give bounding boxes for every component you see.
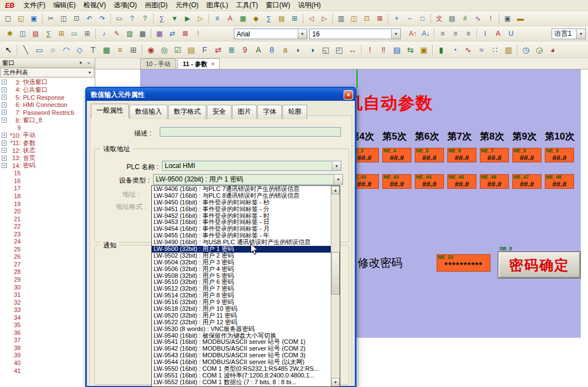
- expand-icon[interactable]: +: [2, 118, 7, 123]
- menu-item[interactable]: 说明(H): [294, 0, 325, 11]
- context-help-button[interactable]: ?: [138, 12, 151, 25]
- window-list-item[interactable]: 21: [0, 215, 95, 223]
- dialog-tab[interactable]: 安全: [207, 105, 232, 119]
- chevron-down-icon[interactable]: ▼: [298, 29, 307, 39]
- menu-item[interactable]: 图库(L): [202, 0, 232, 11]
- dropdown-item[interactable]: LW-9542 (16bit) : MODBUS/ASCII server 站号…: [152, 346, 331, 352]
- scale-button[interactable]: ≡: [113, 43, 127, 57]
- copy-button[interactable]: ◫: [57, 12, 70, 25]
- save-button[interactable]: ▣: [27, 12, 40, 25]
- window-list-item[interactable]: 37: [0, 337, 95, 344]
- window-list-item[interactable]: 16: [0, 177, 95, 185]
- dropdown-item[interactable]: LW-9406 (16bit) : 与PLC 7通讯错误时产生的错误信息: [152, 186, 331, 193]
- alarm-bar-button[interactable]: !: [363, 43, 377, 57]
- table-button[interactable]: ⊞: [127, 43, 140, 57]
- window-list-item[interactable]: +6:HMI Connection: [0, 101, 95, 109]
- dropdown-item[interactable]: LW-9518 (32bit) : 用户 10 密码: [152, 306, 331, 313]
- menu-item[interactable]: 编辑(E): [49, 0, 80, 11]
- window-tree-button[interactable]: ▤: [446, 12, 459, 25]
- offline-simulation-button[interactable]: ▷: [194, 12, 207, 25]
- line-button[interactable]: ╲: [19, 43, 33, 57]
- expand-icon[interactable]: +: [2, 141, 7, 146]
- state-next-button[interactable]: ▷: [318, 12, 331, 25]
- help-about-button[interactable]: ?: [126, 12, 138, 25]
- set-word-button[interactable]: ▤: [184, 43, 198, 57]
- scrollbar-up-button[interactable]: ▲: [331, 186, 340, 194]
- window-list-item[interactable]: 40: [0, 359, 95, 367]
- window-list-item[interactable]: 15: [0, 170, 95, 178]
- window-list-item[interactable]: +3:快选窗口: [0, 78, 95, 86]
- address-grid-button[interactable]: ⊞: [55, 27, 68, 40]
- paste-button[interactable]: ⊡: [70, 12, 83, 25]
- dropdown-item[interactable]: LW-9500 (32bit) : 用户 1 密码: [152, 246, 331, 253]
- toggle-switch-button[interactable]: ⇄: [211, 43, 225, 57]
- ruler-button[interactable]: ▬: [514, 12, 527, 25]
- window-list-item[interactable]: 24: [0, 237, 95, 245]
- new-file-button[interactable]: ▢: [2, 12, 15, 25]
- zoom-in-button[interactable]: +: [390, 12, 403, 25]
- macro-editor-button[interactable]: ∑: [42, 27, 55, 40]
- expand-icon[interactable]: +: [2, 95, 7, 100]
- dropdown-item[interactable]: LW-9543 (16bit) : MODBUS/ASCII server 站号…: [152, 352, 331, 359]
- window-list-item[interactable]: 29: [0, 276, 95, 283]
- menu-item[interactable]: 检视(V): [80, 0, 110, 11]
- event-log-button[interactable]: ▤: [29, 27, 42, 40]
- data-transfer-button[interactable]: ⇆: [404, 43, 417, 57]
- dialog-tab[interactable]: 数值输入: [129, 105, 168, 119]
- print-button[interactable]: ▭: [113, 12, 126, 25]
- word-lamp-button[interactable]: ◎: [158, 43, 171, 57]
- scrollbar-thumb[interactable]: [331, 252, 340, 295]
- pie-chart-button[interactable]: ◕: [546, 43, 559, 57]
- window-list-item[interactable]: 22: [0, 222, 95, 230]
- fill-style-button[interactable]: ▨: [123, 27, 136, 40]
- window-list-item[interactable]: 30: [0, 283, 95, 291]
- window-list-item[interactable]: 25: [0, 245, 95, 253]
- dropdown-item[interactable]: LW-9512 (32bit) : 用户 7 密码: [152, 286, 331, 292]
- menu-item[interactable]: 工具(T): [232, 0, 262, 11]
- window-list-item[interactable]: 18: [0, 192, 95, 200]
- window-list-item[interactable]: +*11:参数: [0, 139, 95, 147]
- meter-display-button[interactable]: ◔: [448, 43, 461, 57]
- full-screen-button[interactable]: ▣: [501, 12, 514, 25]
- tab-close-icon[interactable]: ×: [211, 61, 214, 67]
- numeric-input-button[interactable]: 9: [238, 43, 252, 57]
- polygon-button[interactable]: ◇: [73, 43, 86, 57]
- align-left-button[interactable]: ≡: [436, 27, 449, 40]
- dropdown-item[interactable]: LW-9454 (16bit) : 事件登录的时间标签 - 月: [152, 226, 331, 232]
- window-list-item[interactable]: 28: [0, 268, 95, 276]
- timer-button[interactable]: ◶: [533, 43, 546, 57]
- comm-setup-button[interactable]: ⇄: [166, 27, 179, 40]
- dropdown-item[interactable]: LW-9544 (16bit) : MODBUS/ASCII server 站号…: [152, 359, 331, 366]
- ellipse-button[interactable]: ○: [46, 43, 59, 57]
- expand-icon[interactable]: +: [2, 110, 7, 115]
- function-key-button[interactable]: F: [198, 43, 211, 57]
- numeric-input-cell[interactable]: NE_4##.#: [382, 148, 411, 162]
- dropdown-item[interactable]: LW-9550 (16bit) : COM 1 类型(0:RS232,1:RS4…: [152, 366, 331, 372]
- window-list-item[interactable]: 35: [0, 321, 95, 329]
- select-arrow-button[interactable]: ↖: [2, 43, 15, 57]
- window-list-item[interactable]: +*10:手动: [0, 132, 95, 139]
- numeric-input-cell[interactable]: NE_7##.#: [480, 148, 509, 162]
- password-confirm-button[interactable]: 密码确定: [498, 252, 580, 278]
- image-button[interactable]: ▦: [100, 43, 113, 57]
- window-list-item[interactable]: 34: [0, 314, 95, 321]
- screen-title-text[interactable]: 机自动参数: [346, 92, 433, 115]
- keyboard-button[interactable]: ▦: [153, 27, 166, 40]
- redo-button[interactable]: ↷: [96, 12, 109, 25]
- alarm-display-button[interactable]: ‼: [377, 43, 390, 57]
- window-list-item[interactable]: 31: [0, 291, 95, 299]
- table-tool-button[interactable]: ⊞: [81, 27, 94, 40]
- recipe-view-button[interactable]: ▥: [502, 43, 515, 57]
- numeric-input-cell[interactable]: NE_47##.#: [512, 174, 541, 189]
- window-list-item[interactable]: +8:窗口_8: [0, 116, 95, 124]
- system-parameters-button[interactable]: ≡: [211, 12, 224, 25]
- dropdown-item[interactable]: LW-9551 (16bit) : COM 1 波特率(7:1200,8:240…: [152, 372, 331, 379]
- window-list-item[interactable]: 20: [0, 207, 95, 215]
- menu-item[interactable]: 窗口(W): [262, 0, 294, 11]
- numeric-input-cell[interactable]: NE_43##.#: [382, 174, 411, 189]
- arc-button[interactable]: ◠: [59, 43, 73, 57]
- dropdown-scrollbar[interactable]: ▲ ▼: [331, 186, 340, 386]
- window-list-item[interactable]: 32: [0, 299, 95, 306]
- scrollbar-down-button[interactable]: ▼: [331, 378, 340, 386]
- window-paste-button[interactable]: ⊡: [360, 12, 373, 25]
